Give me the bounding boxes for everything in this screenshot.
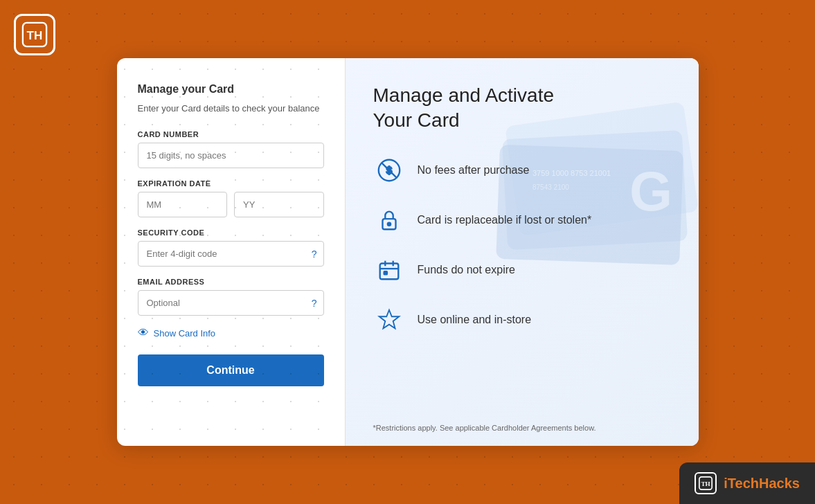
expiry-month-input[interactable] (138, 192, 228, 217)
svg-rect-19 (384, 271, 387, 275)
email-input[interactable] (138, 290, 324, 316)
list-item: Funds do not expire (373, 254, 671, 286)
brand-badge: TH iTechHacks (679, 462, 815, 504)
expiry-row (138, 192, 324, 217)
security-code-input[interactable] (138, 241, 324, 267)
svg-point-14 (387, 222, 391, 226)
security-help-icon[interactable]: ? (312, 249, 317, 260)
logo: TH (14, 14, 55, 55)
email-help-icon[interactable]: ? (312, 298, 317, 309)
continue-button[interactable]: Continue (138, 354, 324, 386)
right-panel: G 3759 1000 8753 21001 87543 2100 Manage… (346, 58, 699, 446)
svg-text:TH: TH (27, 29, 43, 42)
no-fees-icon: $ (373, 154, 405, 186)
page-title: Manage your Card (138, 83, 324, 96)
svg-text:$: $ (386, 164, 392, 176)
feature-text: Use online and in-store (418, 314, 532, 326)
eye-icon: 👁 (138, 327, 149, 339)
restrictions-text: *Restrictions apply. See applicable Card… (373, 424, 671, 432)
email-label: EMAIL ADDRESS (138, 278, 324, 286)
brand-logo-small: TH (695, 472, 717, 494)
calendar-icon (373, 254, 405, 286)
lock-icon (373, 204, 405, 236)
svg-rect-15 (379, 263, 398, 279)
list-item: Use online and in-store (373, 304, 671, 336)
card-number-label: CARD NUMBER (138, 130, 324, 138)
feature-text: Card is replaceable if lost or stolen* (418, 214, 592, 226)
feature-text: Funds do not expire (418, 264, 515, 276)
right-panel-heading: Manage and Activate Your Card (373, 83, 671, 134)
feature-list: $ No fees after purchase Card is replace… (373, 154, 671, 336)
expiry-year-input[interactable] (234, 192, 324, 217)
brand-techhacks: TechHacks (728, 476, 800, 491)
show-card-info-toggle[interactable]: 👁 Show Card Info (138, 327, 324, 339)
left-panel: Manage your Card Enter your Card details… (117, 58, 346, 446)
star-icon (373, 304, 405, 336)
list-item: $ No fees after purchase (373, 154, 671, 186)
expiration-date-label: EXPIRATION DATE (138, 179, 324, 188)
security-code-wrapper: ? (138, 241, 324, 267)
security-code-label: SECURITY CODE (138, 228, 324, 237)
show-card-info-label: Show Card Info (154, 328, 216, 339)
email-wrapper: ? (138, 290, 324, 316)
brand-name: iTechHacks (724, 476, 800, 492)
subtitle-text: Enter your Card details to check your ba… (138, 102, 324, 115)
svg-text:TH: TH (701, 480, 710, 487)
card-number-input[interactable] (138, 143, 324, 168)
feature-text: No fees after purchase (418, 164, 530, 177)
list-item: Card is replaceable if lost or stolen* (373, 204, 671, 236)
svg-marker-20 (379, 310, 399, 329)
main-card: Manage your Card Enter your Card details… (117, 58, 699, 446)
